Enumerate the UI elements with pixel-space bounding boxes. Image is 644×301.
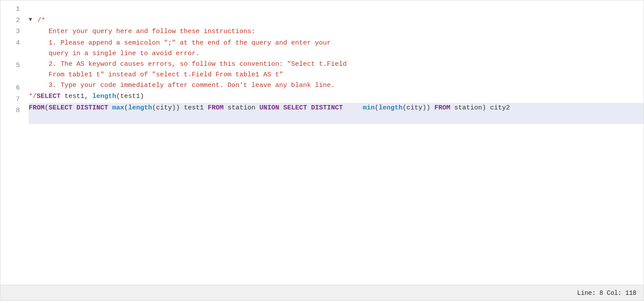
- code-line-4: 1. Please append a semicolon ";" at the …: [29, 38, 644, 59]
- token-keyword-purple: SELECT: [37, 91, 61, 102]
- line-number-1: 1: [16, 4, 23, 15]
- token-keyword-purple: FROM: [434, 103, 450, 113]
- token-text-dark: (test1): [116, 91, 144, 102]
- code-line-2: ▼ /*: [29, 15, 644, 27]
- editor-container: 12345678 ▼ /* Enter your query here and …: [0, 0, 644, 301]
- token-keyword-purple: SELECT: [283, 103, 307, 113]
- token-text-dark: station) city2: [450, 103, 510, 113]
- token-keyword-purple: SELECT: [49, 103, 72, 113]
- code-area[interactable]: 12345678 ▼ /* Enter your query here and …: [0, 0, 644, 285]
- token-text-dark: [307, 103, 311, 113]
- token-comment-orange: 1. Please append a semicolon ";" at the …: [29, 38, 331, 59]
- line-number-7: 7: [16, 94, 23, 106]
- token-text-dark: station: [224, 103, 259, 113]
- token-keyword-blue: min: [363, 103, 375, 113]
- code-line-8: FROM(SELECT DISTINCT max(length(city)) t…: [29, 103, 644, 124]
- token-text-dark: test1: [184, 103, 208, 113]
- token-comment-orange: 3. Type your code immediately after comm…: [29, 80, 335, 91]
- token-keyword-blue: max: [112, 103, 124, 113]
- token-text-dark: (: [375, 103, 379, 113]
- code-line-5: 2. The AS keyword causes errors, so foll…: [29, 59, 644, 80]
- token-text-dark: (city)): [402, 103, 434, 113]
- token-comment-orange: 2. The AS keyword causes errors, so foll…: [29, 59, 347, 80]
- token-text-dark: (city)): [152, 103, 184, 113]
- cursor-position: Line: 8 Col: 118: [577, 290, 636, 297]
- token-comment-orange: */: [29, 91, 37, 102]
- code-line-7: */SELECT test1, length(test1): [29, 91, 644, 103]
- line-number-6: 6: [16, 83, 23, 94]
- token-comment-orange: /*: [38, 15, 45, 26]
- token-text-dark: test1,: [61, 91, 92, 102]
- fold-arrow[interactable]: ▼: [29, 15, 36, 25]
- line-number-5: 5: [16, 60, 23, 83]
- line-number-4: 4: [16, 38, 23, 60]
- token-text-dark: (: [45, 103, 49, 113]
- code-line-6: 3. Type your code immediately after comm…: [29, 80, 644, 92]
- code-content[interactable]: ▼ /* Enter your query here and follow th…: [27, 4, 644, 285]
- token-text-dark: [108, 103, 112, 113]
- line-number-2: 2: [16, 15, 23, 27]
- token-keyword-purple: DISTINCT: [311, 103, 343, 113]
- token-text-dark: (: [124, 103, 128, 113]
- token-text-dark: [72, 103, 76, 113]
- token-keyword-purple: UNION: [259, 103, 279, 113]
- line-number-8: 8: [16, 105, 23, 128]
- token-keyword-purple: FROM: [208, 103, 224, 113]
- token-comment-orange: Enter your query here and follow these i…: [29, 26, 255, 37]
- token-keyword-blue: length: [128, 103, 152, 113]
- line-numbers: 12345678: [0, 4, 27, 285]
- status-bar: Line: 8 Col: 118: [0, 285, 644, 301]
- token-keyword-blue: length: [379, 103, 402, 113]
- line-number-3: 3: [16, 26, 23, 38]
- token-text-dark: [279, 103, 283, 113]
- token-keyword-purple: DISTINCT: [76, 103, 108, 113]
- token-keyword-purple: FROM: [29, 103, 45, 113]
- code-line-1: [29, 4, 644, 15]
- token-keyword-blue: length: [92, 91, 116, 102]
- code-line-3: Enter your query here and follow these i…: [29, 26, 644, 38]
- token-text-dark: [343, 103, 363, 124]
